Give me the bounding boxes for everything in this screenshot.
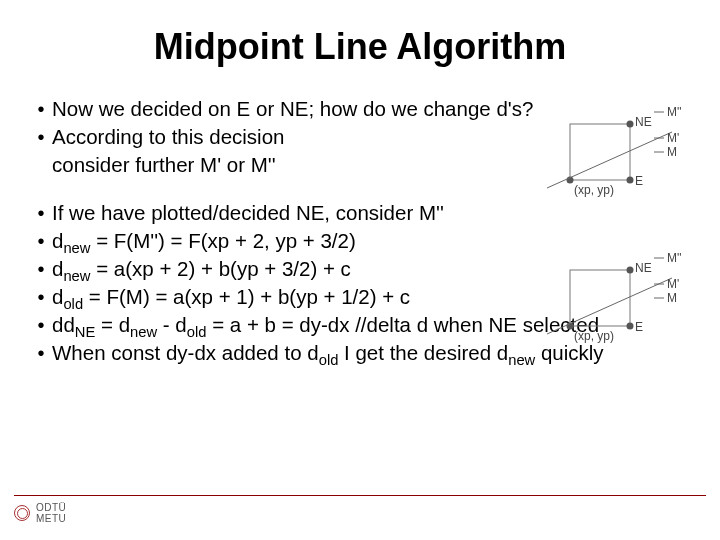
t: = d — [95, 313, 130, 336]
item-1: If we have plotted/decided NE, consider … — [52, 200, 690, 226]
label-e: E — [635, 174, 643, 188]
svg-rect-8 — [570, 270, 630, 326]
sub: old — [187, 324, 207, 340]
logo-top: ODTÜ — [36, 502, 66, 513]
sub: new — [63, 240, 90, 256]
label-pt: (xp, yp) — [574, 329, 614, 343]
list-item: • dnew = F(M'') = F(xp + 2, yp + 3/2) — [30, 228, 690, 254]
logo-text: ODTÜ METU — [36, 502, 66, 524]
sub: new — [130, 324, 157, 340]
diagram-svg: NE E M'' M' M (xp, yp) — [542, 106, 690, 198]
bullet-icon: • — [30, 228, 52, 254]
svg-point-2 — [627, 121, 634, 128]
label-mpp: M'' — [667, 106, 682, 119]
label-e: E — [635, 320, 643, 334]
sub: old — [319, 352, 339, 368]
footer: ODTÜ METU — [14, 495, 706, 525]
label-pt: (xp, yp) — [574, 183, 614, 197]
list-item: • If we have plotted/decided NE, conside… — [30, 200, 690, 226]
label-mpp: M'' — [667, 252, 682, 265]
svg-point-3 — [627, 177, 634, 184]
t: - d — [157, 313, 187, 336]
t: I get the desired d — [338, 341, 508, 364]
logo-icon — [14, 505, 30, 521]
sub: new — [508, 352, 535, 368]
label-ne: NE — [635, 261, 652, 275]
metu-logo: ODTÜ METU — [14, 502, 706, 524]
t: = a + b = dy-dx //delta d when NE select… — [206, 313, 599, 336]
bullet-icon: • — [30, 96, 52, 122]
bullet-icon: • — [30, 340, 52, 366]
label-m: M — [667, 291, 677, 305]
sub: old — [63, 296, 83, 312]
svg-point-10 — [627, 267, 634, 274]
slide-body: • Now we decided on E or NE; how do we c… — [30, 96, 690, 366]
diagram-2: NE E M'' M' M (xp, yp) — [542, 252, 690, 344]
bullet-icon: • — [30, 284, 52, 310]
slide-title: Midpoint Line Algorithm — [30, 26, 690, 68]
footer-rule — [14, 495, 706, 497]
t: = F(M'') = F(xp + 2, yp + 3/2) — [90, 229, 355, 252]
t: d — [52, 285, 63, 308]
sub: new — [63, 268, 90, 284]
t: d — [52, 257, 63, 280]
svg-rect-0 — [570, 124, 630, 180]
bullet-icon: • — [30, 124, 52, 150]
t: quickly — [535, 341, 603, 364]
slide: Midpoint Line Algorithm • Now we decided… — [0, 0, 720, 540]
svg-point-11 — [627, 323, 634, 330]
label-mp: M' — [667, 277, 679, 291]
t: When const dy-dx added to d — [52, 341, 319, 364]
bullet-icon: • — [30, 256, 52, 282]
t: = a(xp + 2) + b(yp + 3/2) + c — [90, 257, 350, 280]
sub: NE — [75, 324, 96, 340]
diagram-svg: NE E M'' M' M (xp, yp) — [542, 252, 690, 344]
logo-bot: METU — [36, 513, 66, 524]
label-ne: NE — [635, 115, 652, 129]
label-mp: M' — [667, 131, 679, 145]
diagram-1: NE E M'' M' M (xp, yp) — [542, 106, 690, 198]
item-2: dnew = F(M'') = F(xp + 2, yp + 3/2) — [52, 228, 690, 254]
t: = F(M) = a(xp + 1) + b(yp + 1/2) + c — [83, 285, 410, 308]
bullet-icon: • — [30, 200, 52, 226]
label-m: M — [667, 145, 677, 159]
t: d — [52, 229, 63, 252]
bullet-icon: • — [30, 312, 52, 338]
t: dd — [52, 313, 75, 336]
